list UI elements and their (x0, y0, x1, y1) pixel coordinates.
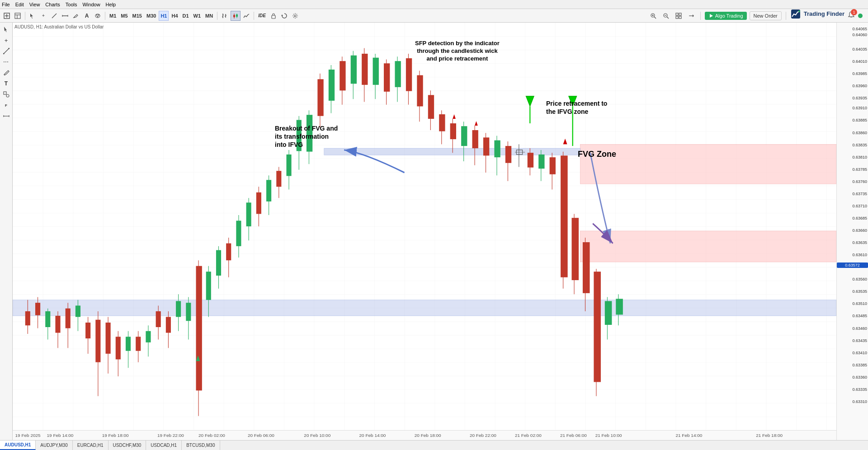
new-chart-btn[interactable] (2, 11, 12, 21)
settings-btn[interactable] (290, 11, 300, 21)
svg-rect-94 (206, 272, 211, 300)
shapes-btn[interactable] (93, 11, 103, 21)
cursor-btn[interactable] (28, 11, 38, 21)
menu-item-file[interactable]: File (2, 2, 10, 7)
new-order-btn[interactable]: New Order (750, 11, 782, 20)
svg-rect-58 (25, 311, 30, 325)
svg-line-27 (654, 17, 656, 19)
price-12: 0.63785 (852, 167, 867, 172)
svg-rect-163 (561, 155, 568, 277)
tab-audusd-h1[interactable]: AUDUSD,H1 (0, 441, 36, 450)
chart-area[interactable]: AUDUSD, H1: Australian Dollar vs US Doll… (13, 23, 836, 440)
measure-tool[interactable] (1, 111, 11, 121)
svg-text:20 Feb 18:00: 20 Feb 18:00 (415, 433, 441, 437)
templates-btn[interactable] (13, 11, 23, 21)
svg-rect-78 (126, 337, 131, 351)
tab-eurcad-h1[interactable]: EURCAD,H1 (73, 441, 108, 450)
crosshair-tool[interactable]: + (1, 35, 11, 45)
svg-rect-52 (13, 23, 836, 430)
notification-area[interactable]: 1 (847, 11, 855, 20)
svg-text:21 Feb 06:00: 21 Feb 06:00 (560, 433, 587, 437)
fib-tool[interactable]: F (1, 100, 11, 110)
svg-rect-53 (13, 300, 836, 316)
svg-text:21 Feb 18:00: 21 Feb 18:00 (756, 433, 783, 437)
price-6: 0.63935 (852, 96, 867, 100)
svg-rect-132 (406, 58, 412, 91)
draw-btn[interactable] (71, 11, 81, 21)
price-25: 0.63435 (852, 338, 867, 343)
tf-h4[interactable]: H4 (170, 11, 179, 21)
price-24: 0.63460 (852, 326, 867, 331)
svg-rect-140 (450, 123, 456, 139)
chart-type-line[interactable] (241, 11, 251, 21)
tab-btcusd-m30[interactable]: BTCUSD,M30 (182, 441, 220, 450)
tab-usdcad-h1[interactable]: USDCAD,H1 (146, 441, 182, 450)
zoom-out-btn[interactable] (661, 11, 671, 21)
svg-text:21 Feb 10:00: 21 Feb 10:00 (595, 433, 622, 437)
svg-rect-88 (176, 301, 181, 317)
hline-tool[interactable] (1, 57, 11, 67)
svg-rect-34 (679, 13, 681, 15)
tf-mn[interactable]: MN (203, 11, 215, 21)
tf-m1[interactable]: M1 (108, 11, 118, 21)
menu-item-tools[interactable]: Tools (66, 2, 77, 7)
symbol-info: AUDUSD, H1: Australian Dollar vs US Doll… (14, 24, 104, 29)
crosshair-btn[interactable]: + (38, 11, 48, 21)
svg-rect-80 (136, 337, 141, 351)
trendline-tool[interactable] (1, 46, 11, 56)
menu-item-charts[interactable]: Charts (45, 2, 60, 7)
svg-text:21 Feb 02:00: 21 Feb 02:00 (515, 433, 542, 437)
tf-d1[interactable]: D1 (181, 11, 191, 21)
svg-point-41 (798, 10, 800, 12)
zoom-in-btn[interactable] (648, 11, 658, 21)
tf-m15[interactable]: M15 (131, 11, 144, 21)
lock-btn[interactable] (269, 11, 278, 21)
svg-rect-72 (95, 320, 100, 362)
shapes-tool[interactable] (1, 89, 11, 99)
svg-rect-148 (483, 137, 489, 155)
svg-line-31 (667, 17, 669, 19)
pencil-tool[interactable] (1, 68, 11, 78)
menu-item-view[interactable]: View (29, 2, 40, 7)
menu-item-edit[interactable]: Edit (15, 2, 24, 7)
tab-usdchf-m30[interactable]: USDCHF,M30 (108, 441, 146, 450)
tf-w1[interactable]: W1 (192, 11, 203, 21)
svg-text:20 Feb 06:00: 20 Feb 06:00 (248, 433, 274, 437)
price-7: 0.63910 (852, 106, 867, 110)
svg-rect-166 (572, 218, 579, 280)
tf-m30[interactable]: M30 (145, 11, 158, 21)
svg-rect-168 (583, 242, 590, 293)
algo-trading-btn[interactable]: Algo Trading (705, 12, 747, 20)
menu-item-help[interactable]: Help (106, 2, 116, 7)
chart-type-candle[interactable] (231, 11, 241, 21)
grid-btn[interactable] (674, 11, 684, 21)
text-btn[interactable]: A (82, 11, 92, 21)
tf-m5[interactable]: M5 (119, 11, 129, 21)
cursor-tool[interactable] (1, 24, 11, 34)
line-btn[interactable] (49, 11, 59, 21)
svg-marker-39 (710, 14, 713, 18)
tf-h1[interactable]: H1 (159, 11, 169, 21)
svg-rect-104 (256, 192, 261, 214)
hline-btn[interactable] (60, 11, 70, 21)
chart-type-bar[interactable] (220, 11, 230, 21)
refresh-btn[interactable] (279, 11, 289, 21)
price-8: 0.63885 (852, 118, 867, 122)
text-tool[interactable]: T (1, 79, 11, 89)
chart-svg (13, 23, 836, 430)
svg-point-47 (6, 94, 9, 97)
svg-rect-126 (373, 58, 379, 85)
svg-rect-66 (66, 309, 71, 328)
tab-audjpy-m30[interactable]: AUDJPY,M30 (36, 441, 72, 450)
svg-rect-36 (679, 16, 681, 19)
price-17: 0.63660 (852, 228, 867, 233)
menu-item-window[interactable]: Window (82, 2, 100, 7)
svg-text:20 Feb 10:00: 20 Feb 10:00 (304, 433, 330, 437)
svg-rect-54 (580, 144, 836, 184)
price-15: 0.63710 (852, 204, 867, 208)
price-3: 0.64010 (852, 59, 867, 64)
indicators-btn[interactable]: IDE (256, 11, 268, 21)
price-5: 0.63960 (852, 84, 867, 88)
autoscroll-btn[interactable] (686, 11, 696, 21)
svg-rect-17 (233, 15, 235, 17)
